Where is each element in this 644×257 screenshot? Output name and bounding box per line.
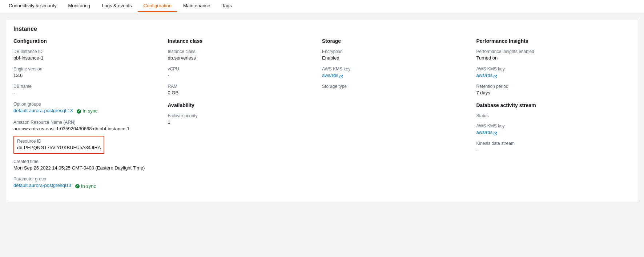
vcpu-group: vCPU - xyxy=(168,66,314,79)
storage-kms-group: AWS KMS key aws/rds xyxy=(322,66,468,79)
vcpu-value: - xyxy=(168,72,314,79)
tab-tags[interactable]: Tags xyxy=(216,0,237,12)
engine-version-label: Engine version xyxy=(13,66,159,72)
external-link-icon xyxy=(339,74,343,77)
retention-period-label: Retention period xyxy=(476,84,622,89)
storage-type-group: Storage type xyxy=(322,84,468,89)
db-instance-id-label: DB instance ID xyxy=(13,49,159,54)
encryption-value: Enabled xyxy=(322,55,468,61)
arn-label: Amazon Resource Name (ARN) xyxy=(13,120,159,125)
engine-version-value: 13.6 xyxy=(13,72,159,79)
configuration-column: Configuration DB instance ID bbf-instanc… xyxy=(13,38,168,195)
option-groups-status: In sync xyxy=(77,108,97,114)
performance-column-title: Performance Insights xyxy=(476,38,622,44)
tab-maintenance[interactable]: Maintenance xyxy=(177,0,216,12)
db-instance-id-group: DB instance ID bbf-instance-1 xyxy=(13,49,159,61)
arn-group: Amazon Resource Name (ARN) arn:aws:rds:u… xyxy=(13,120,159,132)
parameter-group-label: Parameter group xyxy=(13,176,159,181)
storage-column: Storage Encryption Enabled AWS KMS key a… xyxy=(322,38,476,195)
das-kms-group: AWS KMS key aws/rds xyxy=(476,123,622,136)
instance-class-column: Instance class Instance class db.serverl… xyxy=(168,38,322,195)
tab-bar: Connectivity & security Monitoring Logs … xyxy=(0,0,644,12)
storage-kms-label: AWS KMS key xyxy=(322,66,468,72)
ram-label: RAM xyxy=(168,84,314,89)
db-name-group: DB name - xyxy=(13,84,159,96)
performance-column: Performance Insights Performance Insight… xyxy=(476,38,631,195)
instance-class-group: Instance class db.serverless xyxy=(168,49,314,61)
kinesis-stream-label: Kinesis data stream xyxy=(476,141,622,146)
storage-type-label: Storage type xyxy=(322,84,468,89)
tab-configuration[interactable]: Configuration xyxy=(138,0,177,12)
option-groups-status-text: In sync xyxy=(82,108,97,114)
das-kms-value: aws/rds xyxy=(476,129,622,136)
parameter-group-status: In sync xyxy=(75,183,96,189)
created-time-value: Mon Sep 26 2022 14:05:25 GMT-0400 (Easte… xyxy=(13,165,159,171)
pi-kms-group: AWS KMS key aws/rds xyxy=(476,66,622,79)
encryption-group: Encryption Enabled xyxy=(322,49,468,61)
columns-grid: Configuration DB instance ID bbf-instanc… xyxy=(13,38,631,195)
parameter-group-group: Parameter group default.aurora-postgresq… xyxy=(13,176,159,189)
parameter-group-status-icon xyxy=(75,184,80,188)
pi-kms-value: aws/rds xyxy=(476,72,622,79)
pi-kms-link[interactable]: aws/rds xyxy=(476,72,498,79)
instance-class-label: Instance class xyxy=(168,49,314,54)
tab-logs[interactable]: Logs & events xyxy=(96,0,137,12)
storage-kms-link[interactable]: aws/rds xyxy=(322,72,343,79)
retention-period-value: 7 days xyxy=(476,90,622,96)
option-groups-link[interactable]: default:aurora-postgresql-13 xyxy=(13,107,73,114)
db-instance-id-value: bbf-instance-1 xyxy=(13,55,159,61)
ram-value: 0 GB xyxy=(168,90,314,96)
instance-class-value: db.serverless xyxy=(168,55,314,61)
resource-id-label: Resource ID xyxy=(17,139,101,144)
das-external-link-icon xyxy=(494,131,497,134)
db-name-value: - xyxy=(13,90,159,96)
kinesis-stream-value: - xyxy=(476,147,622,153)
db-name-label: DB name xyxy=(13,84,159,89)
option-groups-group: Option groups default:aurora-postgresql-… xyxy=(13,102,159,115)
instance-class-column-title: Instance class xyxy=(168,38,314,44)
vcpu-label: vCPU xyxy=(168,66,314,72)
parameter-group-status-text: In sync xyxy=(81,183,96,189)
das-kms-label: AWS KMS key xyxy=(476,123,622,128)
created-time-label: Created time xyxy=(13,159,159,164)
das-subsection-title: Database activity stream xyxy=(476,102,622,108)
failover-priority-group: Failover priority 1 xyxy=(168,113,314,126)
resource-id-group: Resource ID db-PEPQNGT75VIYGKBUFU5A34JIR… xyxy=(13,137,159,154)
availability-subsection-title: Availability xyxy=(168,102,314,108)
pi-kms-label: AWS KMS key xyxy=(476,66,622,72)
storage-kms-value: aws/rds xyxy=(322,72,468,79)
tab-connectivity[interactable]: Connectivity & security xyxy=(3,0,63,12)
das-kms-link[interactable]: aws/rds xyxy=(476,129,498,136)
instance-card: Instance Configuration DB instance ID bb… xyxy=(6,20,638,202)
resource-id-value: db-PEPQNGT75VIYGKBUFU5A34JIRA xyxy=(17,144,101,151)
resource-id-box: Resource ID db-PEPQNGT75VIYGKBUFU5A34JIR… xyxy=(13,136,104,154)
das-status-label: Status xyxy=(476,113,622,118)
pi-enabled-group: Performance Insights enabled Turned on xyxy=(476,49,622,61)
arn-value: arn:aws:rds:us-east-1:035920430668:db:bb… xyxy=(13,126,159,132)
kinesis-stream-group: Kinesis data stream - xyxy=(476,141,622,153)
main-content: Instance Configuration DB instance ID bb… xyxy=(0,12,644,257)
failover-priority-value: 1 xyxy=(168,119,314,126)
encryption-label: Encryption xyxy=(322,49,468,54)
option-groups-status-icon xyxy=(77,109,81,114)
pi-enabled-value: Turned on xyxy=(476,55,622,61)
ram-group: RAM 0 GB xyxy=(168,84,314,96)
option-groups-label: Option groups xyxy=(13,102,159,107)
tab-monitoring[interactable]: Monitoring xyxy=(63,0,96,12)
instance-section-title: Instance xyxy=(13,26,631,32)
storage-column-title: Storage xyxy=(322,38,468,44)
retention-period-group: Retention period 7 days xyxy=(476,84,622,96)
configuration-column-title: Configuration xyxy=(13,38,159,44)
parameter-group-value: default.aurora-postgresql13 In sync xyxy=(13,182,159,189)
option-groups-value: default:aurora-postgresql-13 In sync xyxy=(13,107,159,115)
parameter-group-link[interactable]: default.aurora-postgresql13 xyxy=(13,182,71,189)
engine-version-group: Engine version 13.6 xyxy=(13,66,159,79)
das-status-group: Status xyxy=(476,113,622,118)
pi-external-link-icon xyxy=(494,74,497,77)
pi-enabled-label: Performance Insights enabled xyxy=(476,49,622,54)
failover-priority-label: Failover priority xyxy=(168,113,314,118)
created-time-group: Created time Mon Sep 26 2022 14:05:25 GM… xyxy=(13,159,159,171)
